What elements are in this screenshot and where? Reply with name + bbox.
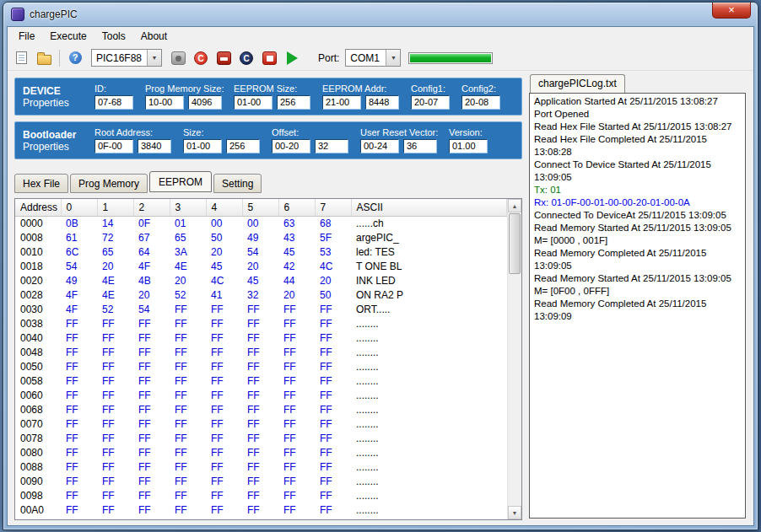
port-select-value: COM1 [346, 52, 386, 64]
field-value[interactable]: 10-00 [145, 95, 184, 110]
open-file-button[interactable] [34, 48, 54, 68]
column-header-ascii[interactable]: ASCII [351, 199, 507, 216]
byte-cell: FF [61, 488, 97, 502]
write-button[interactable] [213, 48, 234, 68]
byte-cell: FF [170, 388, 206, 402]
column-header-5[interactable]: 5 [242, 199, 278, 216]
column-header-0[interactable]: 0 [61, 199, 97, 216]
field-value[interactable]: 07-68 [94, 95, 133, 110]
ascii-cell: INK LED [351, 273, 507, 287]
log-tab[interactable]: chargePICLog.txt [530, 74, 625, 93]
field-label: ID: [94, 83, 138, 94]
read-button[interactable]: C [236, 48, 256, 68]
table-row[interactable]: 00284F4E205241322050ON RA2 P [15, 287, 507, 302]
byte-cell: FF [242, 330, 278, 345]
table-row[interactable]: 0088FFFFFFFFFFFFFFFF........ [15, 459, 507, 474]
table-row[interactable]: 0048FFFFFFFFFFFFFFFF........ [15, 345, 507, 359]
table-row[interactable]: 0038FFFFFFFFFFFFFFFF........ [15, 316, 507, 330]
table-row[interactable]: 00304F5254FFFFFFFFFFORT..... [15, 302, 507, 316]
field-value[interactable]: 256 [277, 95, 310, 110]
device-select[interactable]: PIC16F88 ▼ [91, 49, 162, 67]
field-value[interactable]: 20-07 [411, 95, 450, 110]
log-line: Application Started At 25/11/2015 13:08:… [534, 95, 741, 108]
byte-cell: FF [315, 402, 351, 416]
column-header-4[interactable]: 4 [206, 199, 242, 216]
byte-cell: FF [170, 459, 206, 474]
field-value[interactable]: 01-00 [234, 95, 273, 110]
vertical-scrollbar[interactable]: ▲ ▼ [507, 199, 521, 519]
table-row[interactable]: 0058FFFFFFFFFFFFFFFF........ [15, 373, 507, 388]
byte-cell: FF [61, 431, 97, 445]
run-button[interactable] [282, 48, 302, 68]
table-row[interactable]: 0060FFFFFFFFFFFFFFFF........ [15, 388, 507, 402]
chevron-down-icon[interactable]: ▼ [147, 50, 161, 66]
new-file-button[interactable] [11, 48, 31, 68]
field-value[interactable]: 256 [226, 139, 260, 153]
field-value[interactable]: 36 [403, 139, 437, 153]
tab-setting[interactable]: Setting [213, 174, 262, 193]
table-row[interactable]: 0068FFFFFFFFFFFFFFFF........ [15, 402, 507, 416]
byte-cell: FF [133, 373, 170, 388]
titlebar[interactable]: chargePIC × [3, 3, 758, 26]
table-row[interactable]: 00A0FFFFFFFFFFFFFFFF........ [15, 502, 507, 517]
menu-about[interactable]: About [133, 28, 175, 45]
table-row[interactable]: 001854204F4E4520424CT ONE BL [15, 259, 507, 273]
field-value[interactable]: 3840 [138, 139, 171, 153]
table-row[interactable]: 0090FFFFFFFFFFFFFFFF........ [15, 474, 507, 488]
column-header-1[interactable]: 1 [97, 199, 133, 216]
write-icon [217, 51, 231, 65]
menu-execute[interactable]: Execute [42, 28, 94, 45]
table-row[interactable]: 0008617267655049435FargePIC_ [15, 230, 507, 245]
field-value[interactable]: 20-08 [461, 95, 500, 110]
verify-button[interactable] [259, 48, 279, 68]
field-value[interactable]: 32 [315, 139, 348, 153]
tab-eeprom[interactable]: EEPROM [149, 171, 212, 192]
field-value[interactable]: 00-24 [360, 139, 399, 153]
field-value[interactable]: 01.00 [449, 139, 488, 153]
table-row[interactable]: 00000B140F0100006368......ch [15, 216, 507, 230]
field-value[interactable]: 00-20 [272, 139, 310, 153]
port-select[interactable]: COM1 ▼ [345, 49, 401, 67]
chevron-down-icon[interactable]: ▼ [386, 50, 400, 66]
byte-cell: FF [97, 330, 133, 345]
close-button[interactable]: × [712, 3, 751, 19]
byte-cell: FF [278, 402, 315, 416]
table-row[interactable]: 0080FFFFFFFFFFFFFFFF........ [15, 445, 507, 459]
byte-cell: FF [206, 416, 242, 431]
run-icon [287, 51, 298, 65]
scroll-down-icon[interactable]: ▼ [508, 506, 521, 519]
field-value[interactable]: 8448 [365, 95, 399, 110]
column-header-6[interactable]: 6 [278, 199, 315, 216]
column-header-address[interactable]: Address [15, 199, 61, 216]
chip-config-button[interactable] [168, 48, 188, 68]
scroll-up-icon[interactable]: ▲ [508, 199, 521, 212]
scroll-thumb[interactable] [509, 213, 521, 274]
byte-cell: 54 [61, 259, 97, 273]
erase-button[interactable]: C [191, 48, 211, 68]
field-values: 21-008448 [322, 95, 403, 110]
field-value[interactable]: 0F-00 [94, 139, 133, 153]
table-row[interactable]: 0070FFFFFFFFFFFFFFFF........ [15, 416, 507, 431]
table-row[interactable]: 0050FFFFFFFFFFFFFFFF........ [15, 359, 507, 373]
table-row[interactable]: 0040FFFFFFFFFFFFFFFF........ [15, 330, 507, 345]
tab-hex-file[interactable]: Hex File [14, 174, 68, 193]
table-row[interactable]: 0098FFFFFFFFFFFFFFFF........ [15, 488, 507, 502]
byte-cell: FF [315, 330, 351, 345]
table-row[interactable]: 0020494E4B204C454420INK LED [15, 273, 507, 287]
log-line: Read Memory Started At 25/11/2015 13:09:… [534, 272, 741, 285]
tab-prog-memory[interactable]: Prog Memory [70, 174, 148, 193]
menu-file[interactable]: File [11, 28, 42, 45]
field-value[interactable]: 01-00 [183, 139, 222, 153]
menu-tools[interactable]: Tools [94, 28, 133, 45]
table-row[interactable]: 0078FFFFFFFFFFFFFFFF........ [15, 431, 507, 445]
field-value[interactable]: 4096 [188, 95, 222, 110]
byte-cell: FF [61, 502, 97, 517]
table-row[interactable]: 00106C65643A20544553led: TES [15, 245, 507, 259]
column-header-3[interactable]: 3 [170, 199, 206, 216]
address-cell: 0088 [15, 459, 61, 474]
field-value[interactable]: 21-00 [322, 95, 361, 110]
column-header-7[interactable]: 7 [315, 199, 351, 216]
column-header-2[interactable]: 2 [133, 199, 170, 216]
log-content[interactable]: Application Started At 25/11/2015 13:08:… [529, 93, 746, 519]
help-button[interactable]: ? [65, 48, 85, 68]
